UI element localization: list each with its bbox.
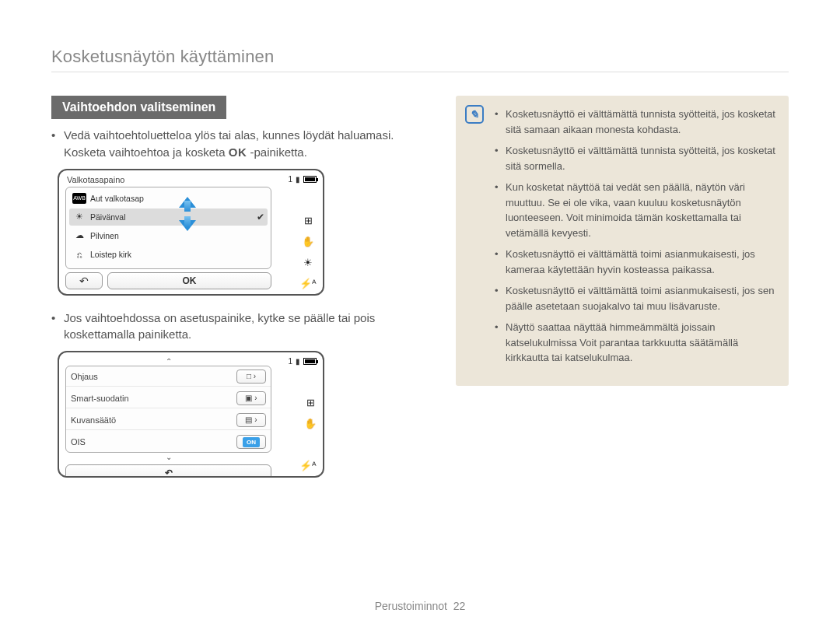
back-button[interactable]: ↶ xyxy=(65,464,271,478)
chevron-up-icon[interactable]: ⌃ xyxy=(65,357,271,366)
list-item[interactable]: ☀ Päivänval ✔ xyxy=(69,208,268,226)
ok-button[interactable]: OK xyxy=(107,272,271,289)
status-bar: 1 ▮ xyxy=(288,357,317,366)
settings-row[interactable]: OIS ON xyxy=(66,432,271,452)
row-label: Kuvansäätö xyxy=(71,415,116,425)
note-box: ✎ •Kosketusnäyttö ei välttämättä tunnist… xyxy=(456,96,789,386)
fluorescent-icon: ⎌ xyxy=(72,249,86,260)
page-title: Kosketusnäytön käyttäminen xyxy=(51,47,789,72)
page-number: 22 xyxy=(453,600,466,612)
ok-glyph-icon: OK xyxy=(229,145,247,159)
row-control[interactable]: ▤ › xyxy=(236,413,266,427)
row-label: OIS xyxy=(71,437,86,447)
chevron-down-icon[interactable]: ⌄ xyxy=(65,453,271,461)
bullet-1: • Vedä vaihtoehtoluetteloa ylös tai alas… xyxy=(51,127,437,161)
fig1-title: Valkotasapaino xyxy=(65,175,271,184)
fig1-list: AWB Aut valkotasap ☀ Päivänval ✔ ☁ Pilvi… xyxy=(65,187,271,269)
shot-counter: 1 xyxy=(288,175,292,184)
settings-row[interactable]: Ohjaus □ › xyxy=(66,366,271,387)
note-item: Kosketusnäyttö ei välttämättä tunnista s… xyxy=(506,143,776,173)
cloud-icon: ☁ xyxy=(72,230,86,241)
fig2-list: Ohjaus □ › Smart-suodatin ▣ › Kuvansäätö… xyxy=(65,366,271,453)
bullet2-text: Jos vaihtoehdossa on asetuspainike, kytk… xyxy=(64,310,437,344)
awb-icon: AWB xyxy=(72,193,86,204)
note-item: Kosketusnäyttö ei välttämättä toimi asia… xyxy=(506,283,776,313)
figure-2: ⌃ Ohjaus □ › Smart-suodatin ▣ › Kuvansää… xyxy=(58,351,437,478)
note-item: Kosketusnäyttö ei välttämättä toimi asia… xyxy=(506,247,776,277)
battery-icon xyxy=(303,358,317,365)
bullet1-post: -painiketta. xyxy=(247,145,307,159)
list-label: Loistep kirk xyxy=(90,250,131,259)
scroll-up-arrow-icon xyxy=(179,191,196,214)
flash-auto-icon: ⚡ᴬ xyxy=(299,460,317,471)
footer-label: Perustoiminnot xyxy=(375,600,447,612)
row-label: Smart-suodatin xyxy=(71,394,129,403)
list-item[interactable]: ☁ Pilvinen xyxy=(69,227,268,244)
section-heading: Vaihtoehdon valitseminen xyxy=(51,96,226,119)
row-control[interactable]: ▣ › xyxy=(236,391,266,405)
note-icon: ✎ xyxy=(465,105,484,124)
list-label: Aut valkotasap xyxy=(90,194,144,203)
note-item: Näyttö saattaa näyttää himmeämmältä jois… xyxy=(506,320,776,366)
back-button[interactable]: ↶ xyxy=(65,272,103,289)
bullet-2: • Jos vaihtoehdossa on asetuspainike, ky… xyxy=(51,310,437,344)
grid-icon: ⊞ xyxy=(304,215,313,226)
brightness-icon: ☀ xyxy=(303,257,313,268)
settings-row[interactable]: Smart-suodatin ▣ › xyxy=(66,388,271,408)
sd-icon: ▮ xyxy=(296,357,300,366)
hand-icon: ✋ xyxy=(302,236,314,247)
hand-icon: ✋ xyxy=(304,418,317,429)
flash-auto-icon: ⚡ᴬ xyxy=(299,278,317,289)
note-item: Kosketusnäyttö ei välttämättä tunnista s… xyxy=(506,107,776,137)
check-icon: ✔ xyxy=(257,212,264,222)
shot-counter: 1 xyxy=(288,357,292,366)
settings-row[interactable]: Kuvansäätö ▤ › xyxy=(66,410,271,430)
status-bar: 1 ▮ xyxy=(288,175,317,184)
grid-icon: ⊞ xyxy=(306,397,315,408)
list-item[interactable]: ⎌ Loistep kirk xyxy=(69,246,268,263)
list-label: Pilvinen xyxy=(90,231,119,240)
list-label: Päivänval xyxy=(90,212,126,222)
list-item[interactable]: AWB Aut valkotasap xyxy=(69,190,268,207)
sd-icon: ▮ xyxy=(296,175,300,184)
on-toggle[interactable]: ON xyxy=(236,435,266,449)
figure-1: Valkotasapaino AWB Aut valkotasap ☀ Päiv… xyxy=(58,169,437,296)
scroll-down-arrow-icon xyxy=(179,214,196,237)
page-footer: Perustoiminnot 22 xyxy=(0,600,840,612)
row-control[interactable]: □ › xyxy=(236,370,266,384)
battery-icon xyxy=(303,176,317,183)
row-label: Ohjaus xyxy=(71,372,98,381)
note-item: Kun kosketat näyttöä tai vedät sen pääll… xyxy=(506,180,776,240)
sun-icon: ☀ xyxy=(72,212,86,222)
